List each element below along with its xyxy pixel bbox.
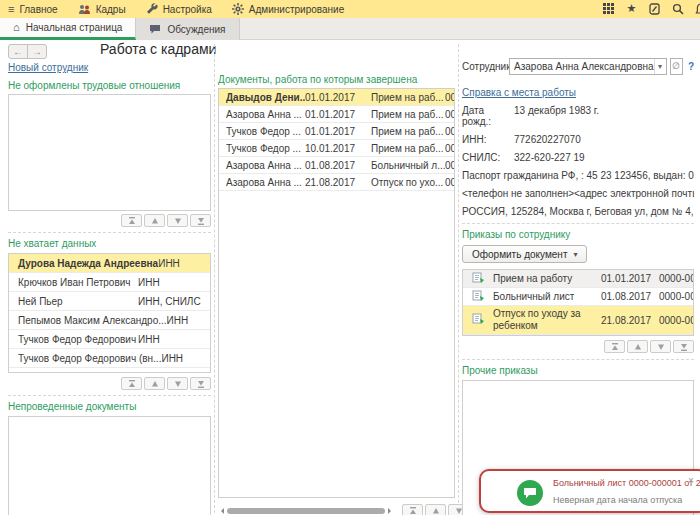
sort-top-button[interactable] [604, 340, 625, 353]
application-window: ≡ Главное Кадры [0, 0, 700, 515]
sort-up-button[interactable] [627, 340, 648, 353]
list-item[interactable]: Тучков Федор Федорович ИНН [9, 330, 210, 349]
list-item[interactable]: Ней Пьер ИНН, СНИЛС [9, 292, 210, 311]
message-bubble-icon [517, 480, 543, 506]
toast-title-link[interactable]: Больничный лист 0000-000001 от 21... [553, 478, 693, 488]
list-item[interactable]: Тучков Федор Федорович (вн... ИНН [9, 349, 210, 368]
tab-home-page[interactable]: ⌂ Начальная страница [0, 18, 136, 40]
sort-top-button[interactable] [402, 504, 423, 515]
menu-item-settings[interactable]: Настройка [146, 3, 212, 15]
doc-employee: Азарова Анна ... [226, 160, 305, 171]
sort-up-button[interactable] [144, 214, 165, 227]
section-finished-docs-header: Документы, работа по которым завершена [218, 74, 455, 85]
menu-item-administration[interactable]: Администрирование [232, 3, 344, 15]
scroll-right-icon[interactable] [388, 508, 394, 514]
detail-value: 322-620-227 19 [514, 152, 585, 163]
sort-bottom-button[interactable] [190, 377, 211, 390]
list-item[interactable]: Дурова Надежда Андреевна ИНН [9, 254, 210, 273]
document-posted-icon [467, 272, 493, 286]
employee-name: Тучков Федор Федорович [18, 334, 138, 345]
scroll-left-icon[interactable] [218, 508, 224, 514]
menu-item-main[interactable]: ≡ Главное [8, 4, 58, 15]
doc-date: 01.08.2017 [305, 160, 371, 171]
missing-fields: ИНН [161, 353, 210, 364]
tab-label: Начальная страница [26, 22, 123, 33]
menu-item-personnel[interactable]: Кадры [78, 4, 126, 15]
order-number: 0000-000... [659, 291, 693, 302]
order-type: Отпуск по уходу за ребенком [493, 306, 601, 334]
sort-top-button[interactable] [121, 377, 142, 390]
clear-value-button[interactable]: ∅ [670, 58, 683, 75]
contacts-row: <телефон не заполнен> <адрес электронной… [462, 188, 694, 199]
phone-placeholder[interactable]: <телефон не заполнен> [462, 188, 574, 199]
horizontal-scrollbar[interactable] [218, 505, 394, 515]
no-employment-list[interactable] [8, 94, 211, 211]
chat-icon [149, 24, 161, 35]
column-divider [458, 44, 459, 513]
sort-down-button[interactable] [167, 214, 188, 227]
order-date: 01.08.2017 [601, 291, 659, 302]
apps-grid-icon[interactable] [602, 2, 615, 15]
sort-up-button[interactable] [425, 504, 446, 515]
table-row[interactable]: Азарова Анна ... 21.08.2017 Отпуск по ух… [219, 174, 454, 191]
close-icon[interactable]: × [688, 475, 694, 486]
doc-date: 10.01.2017 [305, 143, 371, 154]
notifications-bell-icon[interactable] [694, 2, 700, 15]
sort-up-button[interactable] [144, 377, 165, 390]
employee-combobox[interactable]: Азарова Анна Александровна ▾ [509, 58, 667, 75]
home-icon: ⌂ [13, 22, 20, 33]
table-row[interactable]: Отпуск по уходу за ребенком 21.08.2017 0… [463, 306, 693, 335]
unposted-docs-list[interactable] [8, 416, 211, 515]
detail-label: СНИЛС: [462, 152, 514, 163]
list-item[interactable]: Крючков Иван Петрович ИНН [9, 273, 210, 292]
sort-top-button[interactable] [121, 214, 142, 227]
new-employee-link[interactable]: Новый сотрудник [8, 62, 88, 73]
toolbar-icons: ★ [602, 2, 700, 15]
forward-button[interactable]: → [27, 44, 47, 59]
section-no-employment-header: Не оформлены трудовые отношения [8, 80, 211, 91]
email-placeholder[interactable]: <адрес электронной почты не з... [574, 188, 694, 199]
tab-label: Обсуждения [167, 24, 225, 35]
doc-type: Прием на раб... [371, 109, 445, 120]
table-row[interactable]: Азарова Анна ... 01.01.2017 Прием на раб… [219, 106, 454, 123]
column-divider [214, 44, 215, 513]
history-icon[interactable] [648, 2, 661, 15]
employee-field-row: Сотрудник: Азарова Анна Александровна ▾ … [462, 57, 694, 75]
doc-type: Прием на раб... [371, 126, 445, 137]
help-link[interactable]: ? [688, 61, 694, 72]
create-document-button[interactable]: Оформить документ ▾ [462, 245, 587, 263]
sort-bottom-button[interactable] [673, 340, 694, 353]
section-divider [8, 232, 211, 233]
favorites-star-icon[interactable]: ★ [625, 2, 638, 15]
page-title: Работа с кадрами [100, 41, 216, 57]
work-certificate-link[interactable]: Справка с места работы [462, 87, 576, 98]
search-icon[interactable] [671, 2, 684, 15]
doc-number: 0000 [445, 126, 454, 137]
document-posted-icon [467, 290, 493, 304]
back-button[interactable]: ← [8, 44, 28, 59]
doc-date: 21.08.2017 [305, 177, 371, 188]
top-menu-bar: ≡ Главное Кадры [0, 0, 700, 18]
doc-employee: Азарова Анна ... [226, 177, 305, 188]
middle-column: Документы, работа по которым завершена Д… [218, 74, 455, 515]
tab-discussions[interactable]: Обсуждения [136, 18, 239, 40]
table-row[interactable]: Прием на работу 01.01.2017 0000-000... [463, 270, 693, 288]
doc-number: 0000 [445, 177, 454, 188]
sort-bottom-button[interactable] [190, 214, 211, 227]
scrollbar-thumb[interactable] [227, 508, 385, 514]
table-row[interactable]: Тучков Федор ... 01.01.2017 Прием на раб… [219, 123, 454, 140]
doc-date: 01.01.2017 [305, 92, 371, 103]
table-row[interactable]: Азарова Анна ... 01.08.2017 Больничный л… [219, 157, 454, 174]
sort-down-button[interactable] [650, 340, 671, 353]
table-row[interactable]: Больничный лист 01.08.2017 0000-000... [463, 288, 693, 306]
missing-fields: ИНН [138, 277, 210, 288]
list-item[interactable]: Пепымов Максим Александро... ИНН [9, 311, 210, 330]
table-row[interactable]: Давыдов Дени... 01.01.2017 Прием на раб.… [219, 89, 454, 106]
table-row[interactable]: Тучков Федор ... 10.01.2017 Прием на раб… [219, 140, 454, 157]
sort-buttons [8, 214, 211, 227]
chevron-down-icon[interactable]: ▾ [654, 59, 666, 74]
doc-type: Прием на раб... [371, 92, 445, 103]
doc-number: 0000 [445, 92, 454, 103]
sort-down-button[interactable] [167, 377, 188, 390]
chevron-down-icon: ▾ [573, 250, 577, 259]
